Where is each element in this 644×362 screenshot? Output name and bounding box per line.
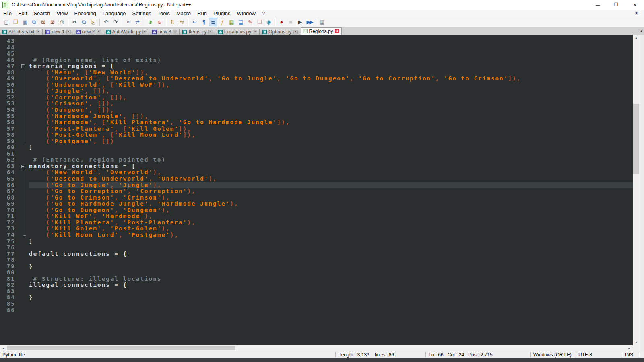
tb-redo-button[interactable]: ↷: [111, 18, 120, 26]
status-divider: [576, 352, 576, 358]
menu-item-plugins[interactable]: Plugins: [210, 10, 234, 17]
tab-new-1[interactable]: new 1✕: [43, 29, 73, 35]
tb-macro-stop-button[interactable]: ■: [287, 18, 295, 26]
vertical-scrollbar-thumb[interactable]: [633, 104, 639, 174]
close-button[interactable]: ✕: [625, 0, 644, 10]
fold-line: [23, 201, 23, 207]
menu-item-settings[interactable]: Settings: [129, 10, 155, 17]
tb-sync-vertical-scroll-button[interactable]: ⇅: [168, 18, 177, 26]
menu-item-[interactable]: ?: [259, 10, 268, 17]
menu-item-encoding[interactable]: Encoding: [71, 10, 99, 17]
fold-marker-collapse[interactable]: −: [21, 64, 25, 68]
tab-autoworld-py[interactable]: AutoWorld.py✕: [104, 29, 150, 35]
tab-close-icon[interactable]: ✕: [66, 30, 71, 34]
menu-item-tools[interactable]: Tools: [155, 10, 173, 17]
file-icon: [2, 30, 7, 34]
tb-document-map-button[interactable]: ▦: [227, 18, 236, 26]
fold-margin: [19, 220, 29, 226]
menu-bar: FileEditSearchViewEncodingLanguageSettin…: [0, 10, 644, 17]
tab-close-icon[interactable]: ✕: [335, 29, 339, 33]
tb-paste-button[interactable]: ⎘: [89, 18, 97, 26]
tb-save-all-button[interactable]: ⧉: [30, 18, 38, 26]
menu-item-window[interactable]: Window: [234, 10, 259, 17]
tab-close-icon[interactable]: ✕: [36, 30, 40, 34]
tb-replace-button[interactable]: ⇄: [133, 18, 142, 26]
tab-close-icon[interactable]: ✕: [253, 30, 257, 34]
minimize-button[interactable]: —: [588, 0, 607, 10]
tab-close-icon[interactable]: ✕: [142, 30, 147, 34]
tab-items-py[interactable]: Items.py✕: [180, 29, 215, 35]
fold-line: [23, 220, 23, 226]
tb-close-file-button[interactable]: ⊠: [39, 18, 47, 26]
tab-close-icon[interactable]: ✕: [208, 30, 213, 34]
horizontal-scrollbar[interactable]: ◄ ►: [0, 345, 633, 351]
tb-zoom-out-button[interactable]: ⊖: [155, 18, 164, 26]
tab-close-icon[interactable]: ✕: [97, 30, 101, 34]
tab-locations-py[interactable]: Locations.py✕: [216, 29, 260, 35]
code-line: 52 ('Corruption', []),: [0, 95, 633, 101]
tb-save-file-button[interactable]: ▣: [21, 18, 29, 26]
tab-close-icon[interactable]: ✕: [293, 30, 298, 34]
fold-line: [23, 226, 23, 232]
close-document-icon[interactable]: ✕: [634, 10, 638, 16]
vertical-scrollbar[interactable]: ▲ ▼: [633, 35, 640, 345]
tab-list-arrow-icon[interactable]: ◄: [639, 29, 643, 33]
tb-indent-guide-button[interactable]: ≣: [209, 18, 217, 26]
tb-close-all-button[interactable]: ⊠: [48, 18, 57, 26]
tb-new-file-button[interactable]: ▢: [2, 18, 10, 26]
line-number: 66: [0, 182, 19, 189]
code-line: 75]: [0, 239, 633, 245]
tb-edit-marker-button[interactable]: ✎: [246, 18, 254, 26]
status-insert-mode: INS: [625, 352, 633, 358]
tb-sync-horizontal-scroll-button[interactable]: ⇆: [178, 18, 186, 26]
fold-line: [23, 70, 23, 76]
menu-item-search[interactable]: Search: [30, 10, 53, 17]
tab-close-icon[interactable]: ✕: [173, 30, 177, 34]
tb-document-list-button[interactable]: ▤: [237, 18, 245, 26]
line-number: 57: [0, 126, 19, 132]
tb-cut-button[interactable]: ✂: [70, 18, 79, 26]
menu-item-run[interactable]: Run: [194, 10, 210, 17]
menu-item-language[interactable]: Language: [99, 10, 129, 17]
fold-margin: [19, 301, 29, 307]
line-number: 49: [0, 76, 19, 82]
tab-label: AutoWorld.py: [112, 29, 141, 35]
scroll-up-icon[interactable]: ▲: [633, 35, 640, 40]
scroll-left-icon[interactable]: ◄: [0, 345, 7, 351]
tab-new-3[interactable]: new 3✕: [150, 29, 180, 35]
tb-monitoring-button[interactable]: ◉: [264, 18, 273, 26]
file-icon: [106, 30, 111, 34]
tab-label: Items.py: [188, 29, 206, 35]
tb-word-wrap-button[interactable]: ↩: [190, 18, 199, 26]
tb-undo-button[interactable]: ↶: [102, 18, 110, 26]
tb-macro-record-button[interactable]: ●: [277, 18, 286, 26]
horizontal-scrollbar-thumb[interactable]: [7, 346, 235, 350]
tb-zoom-in-button[interactable]: ⊕: [146, 18, 155, 26]
tb-macro-play-button[interactable]: ▶: [296, 18, 304, 26]
tab-new-2[interactable]: new 2✕: [74, 29, 103, 35]
tab-ap-ideas-txt[interactable]: AP Ideas.txt✕: [0, 29, 43, 35]
tb-macro-run-multiple-button[interactable]: ▶▶: [305, 18, 314, 26]
restore-button[interactable]: ❐: [607, 0, 625, 10]
tb-open-file-button[interactable]: ❐: [11, 18, 20, 26]
tab-regions-py[interactable]: Regions.py✕: [301, 27, 342, 35]
tb-customize-grid-button[interactable]: ▦: [318, 18, 326, 26]
tb-function-list-button[interactable]: ƒ: [218, 18, 227, 26]
scroll-right-icon[interactable]: ►: [626, 345, 633, 351]
menu-item-macro[interactable]: Macro: [173, 10, 194, 17]
tb-show-all-characters-button[interactable]: ¶: [200, 18, 208, 26]
menu-item-view[interactable]: View: [54, 10, 71, 17]
tb-folder-as-workspace-button[interactable]: ❒: [255, 18, 264, 26]
menu-item-edit[interactable]: Edit: [15, 10, 30, 17]
menu-item-file[interactable]: File: [0, 10, 15, 17]
line-number: 74: [0, 232, 19, 239]
scroll-down-icon[interactable]: ▼: [633, 339, 640, 345]
code-editor[interactable]: 43444546 # (Region name, list of exits)4…: [0, 35, 633, 345]
fold-margin: [19, 176, 29, 182]
tb-copy-button[interactable]: ⧉: [80, 18, 88, 26]
fold-margin: [19, 101, 29, 107]
tab-options-py[interactable]: Options.py✕: [260, 29, 300, 35]
tb-find-button[interactable]: ⌖: [124, 18, 132, 26]
fold-marker-collapse[interactable]: −: [21, 165, 25, 168]
tb-print-button[interactable]: ⎙: [58, 18, 66, 26]
